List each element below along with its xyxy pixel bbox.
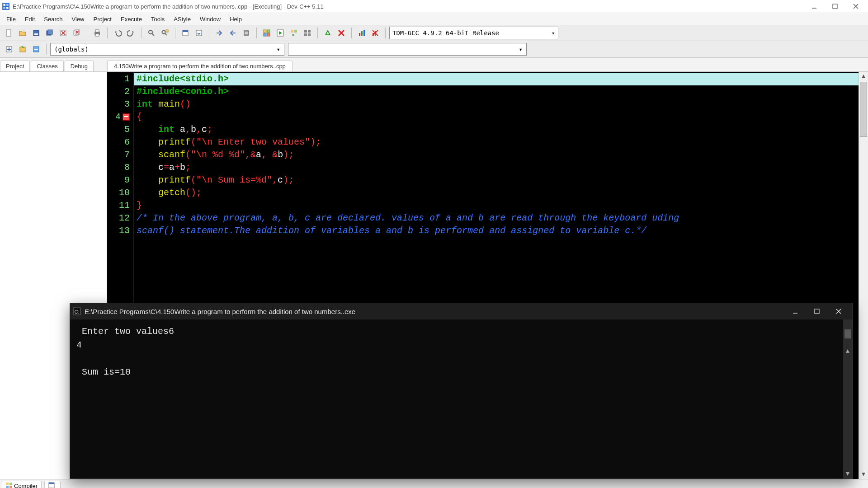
svg-point-26 [162,31,165,34]
replace-button[interactable] [159,27,171,39]
debug-button[interactable] [321,27,334,39]
console-output[interactable]: Enter two values6 4 Sum is=10 [70,319,852,479]
menu-help[interactable]: Help [225,15,246,23]
profile-button[interactable] [355,27,368,39]
menu-tools[interactable]: Tools [146,15,169,23]
menu-search[interactable]: Search [39,15,67,23]
line-number: 12 [110,212,130,225]
code-line[interactable]: int a,b,c; [134,123,868,136]
maximize-button[interactable] [825,0,845,13]
console-close-button[interactable] [828,303,849,319]
new-file-button[interactable] [3,27,15,39]
print-button[interactable] [91,27,104,39]
menu-execute[interactable]: Execute [116,15,146,23]
svg-rect-59 [20,47,25,52]
code-line[interactable]: #include<stdio.h> [134,73,868,85]
toolbar-main: TDM-GCC 4.9.2 64-bit Release [0,25,868,41]
compile-run-button[interactable] [288,27,300,39]
svg-rect-65 [9,486,12,488]
scroll-up-icon[interactable] [859,72,868,81]
console-window[interactable]: C: E:\Practice Programs\C\4.150Write a p… [70,303,853,479]
scroll-down-icon[interactable] [843,469,852,479]
compile-button[interactable] [260,27,273,39]
left-panel-tabs: Project Classes Debug [0,58,107,72]
undo-button[interactable] [111,27,124,39]
scroll-down-icon[interactable] [859,470,868,479]
svg-rect-28 [166,30,168,32]
scroll-up-icon[interactable] [843,347,852,356]
minimize-button[interactable] [804,0,825,13]
line-number: 11 [110,199,130,212]
close-button[interactable] [845,0,866,13]
svg-rect-42 [304,30,307,33]
console-maximize-button[interactable] [806,303,828,319]
line-number: 5 [110,123,130,136]
svg-rect-1 [3,4,5,6]
menu-view[interactable]: View [67,15,89,23]
menu-file[interactable]: File [2,15,20,23]
delete-profile-button[interactable] [369,27,382,39]
svg-rect-51 [363,30,365,36]
left-tab-debug[interactable]: Debug [65,61,94,71]
chevron-down-icon [277,46,280,53]
svg-rect-71 [815,309,819,314]
line-number: 13 [110,225,130,237]
save-all-button[interactable] [43,27,56,39]
open-file-button[interactable] [16,27,29,39]
close-all-button[interactable] [71,27,83,39]
code-line[interactable]: printf("\n Enter two values"); [134,136,868,149]
bottom-tabs: Compiler [0,479,868,488]
insert-button[interactable] [240,27,253,39]
left-tab-project[interactable]: Project [0,61,30,71]
code-line[interactable]: getch(); [134,187,868,199]
svg-rect-23 [95,34,99,36]
code-line[interactable]: } [134,199,868,212]
bottom-tab-compiler[interactable]: Compiler [2,481,42,488]
code-line[interactable]: scanf("\n %d %d",&a, &b); [134,149,868,161]
console-minimize-button[interactable] [784,303,806,319]
fold-marker-icon[interactable] [123,113,130,121]
close-file-button[interactable] [57,27,70,39]
goto-line-button[interactable] [213,27,226,39]
remove-from-project-button[interactable] [30,43,42,56]
menu-astyle[interactable]: AStyle [169,15,195,23]
new-project-button[interactable] [3,43,15,56]
stop-button[interactable] [335,27,348,39]
add-to-project-button[interactable] [16,43,29,56]
redo-button[interactable] [125,27,137,39]
line-number: 6 [110,136,130,149]
save-button[interactable] [30,27,42,39]
code-line[interactable]: c=a+b; [134,161,868,174]
scroll-thumb[interactable] [844,329,851,338]
rebuild-button[interactable] [301,27,314,39]
bottom-tab-resources[interactable] [44,481,61,488]
console-title-text: E:\Practice Programs\C\4.150Write a prog… [85,308,355,315]
console-titlebar[interactable]: C: E:\Practice Programs\C\4.150Write a p… [70,303,852,319]
svg-rect-30 [183,30,188,32]
code-line[interactable]: #include<conio.h> [134,85,868,98]
menu-project[interactable]: Project [89,15,116,23]
code-line[interactable]: int main() [134,98,868,111]
document-tabs: 4.150Write a program to perform the addi… [107,58,868,72]
toggle-bookmark-button[interactable] [179,27,192,39]
goto-back-button[interactable] [226,27,239,39]
code-line[interactable]: printf("\n Sum is=%d",c); [134,174,868,187]
scope-select[interactable]: (globals) [50,43,284,56]
left-tab-classes[interactable]: Classes [31,61,63,71]
menu-window[interactable]: Window [195,15,225,23]
svg-rect-40 [291,30,293,33]
console-scrollbar[interactable] [843,319,852,479]
goto-bookmark-button[interactable] [193,27,205,39]
member-select[interactable] [288,43,527,56]
code-line[interactable]: /* In the above program, a, b, c are dec… [134,212,868,225]
editor-scrollbar[interactable] [859,72,868,479]
code-line[interactable]: scanf() statement.The addition of variab… [134,225,868,237]
compiler-select[interactable]: TDM-GCC 4.9.2 64-bit Release [389,27,558,39]
code-line[interactable]: { [134,111,868,123]
run-button[interactable] [274,27,287,39]
document-tab-active[interactable]: 4.150Write a program to perform the addi… [107,61,292,71]
scroll-thumb[interactable] [860,82,867,137]
bottom-tab-compiler-label: Compiler [14,483,38,488]
find-button[interactable] [145,27,158,39]
menu-edit[interactable]: Edit [20,15,39,23]
